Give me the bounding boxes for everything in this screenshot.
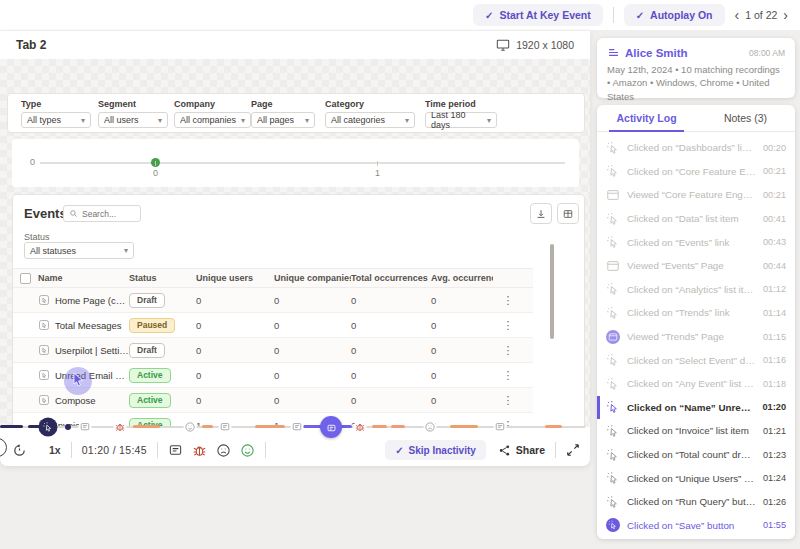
activity-item[interactable]: Clicked on “Trends” link01:14 [597,301,795,325]
page-icon [606,188,620,202]
activity-log-list: Clicked on “Dashboards” list item00:20Cl… [597,132,795,537]
select-all-checkbox[interactable] [20,273,31,284]
note-icon[interactable] [168,443,183,458]
tab-notes-3-[interactable]: Notes (3) [696,105,795,131]
expand-icon[interactable] [566,443,580,457]
activity-item[interactable]: Clicked on “Select Event” dropdown01:16 [597,348,795,372]
activity-item[interactable]: Clicked on “Events” link00:43 [597,230,795,254]
unique-companies-value: 0 [274,320,351,331]
row-menu-icon[interactable]: ⋮ [503,394,514,406]
event-name: Home Page (copy) [55,295,129,306]
play-button[interactable] [0,438,7,457]
timeline-segment-orange[interactable] [255,425,285,428]
row-menu-icon[interactable]: ⋮ [503,319,514,331]
unique-users-value: 0 [196,320,274,331]
activity-item[interactable]: Viewed “Events” Page00:44 [597,254,795,278]
timeline-segment-orange[interactable] [202,425,213,428]
avg-occurrence-value: 0 [431,370,493,381]
autoplay-button[interactable]: ✓ Autoplay On [624,4,725,26]
filter-select[interactable]: All categories▾ [325,112,415,128]
table-row[interactable]: Home Page (copy)Draft0000⋮ [13,288,533,313]
check-icon: ✓ [395,445,403,456]
columns-button[interactable] [557,203,579,224]
events-search[interactable] [63,205,141,222]
bug-icon[interactable] [192,443,207,458]
tab-activity-log[interactable]: Activity Log [597,105,696,131]
click-icon [606,495,620,509]
timeline-dot[interactable] [65,424,71,430]
status-filter-label: Status [24,232,50,242]
activity-item[interactable]: Clicked on “Data” list item00:41 [597,207,795,231]
timeline-segment-orange[interactable] [133,425,160,428]
timeline-note-icon[interactable] [291,421,304,434]
timeline-smiley-icon[interactable] [184,421,197,434]
activity-item[interactable]: Viewed “Trends” Page01:15 [597,325,795,349]
download-button[interactable] [530,203,552,224]
frown-icon[interactable] [216,443,231,458]
check-icon: ✓ [485,10,493,21]
activity-item[interactable]: Clicked on “Total count” dropdown01:23 [597,443,795,467]
filter-select[interactable]: All types▾ [21,112,91,128]
vertical-scrollbar[interactable] [550,244,554,339]
filter-select[interactable]: All pages▾ [251,112,315,128]
timeline-note-icon[interactable] [79,421,92,434]
filter-select[interactable]: All companies▾ [174,112,251,128]
session-meta: May 12th, 2024 • 10 matching recordings … [607,63,785,103]
timeline-segment-orange[interactable] [391,425,405,428]
activity-item[interactable]: Clicked on “Save” button01:55 [597,514,795,538]
timeline-note-icon[interactable] [494,421,507,434]
timeline-bug-icon[interactable] [354,421,367,434]
activity-time: 01:55 [763,520,786,530]
top-bar: ✓ Start At Key Event ✓ Autoplay On ‹ 1 o… [0,0,800,30]
row-menu-icon[interactable]: ⋮ [503,369,514,381]
activity-item[interactable]: Clicked on “Invoice” list item01:21 [597,419,795,443]
activity-time: 00:21 [763,190,786,200]
timeline-bug-icon[interactable] [114,421,127,434]
activity-item[interactable]: Viewed “Core Feature Engagment”00:21 [597,183,795,207]
table-row[interactable]: Userpilot | SettingsDraft0000⋮ [13,338,533,363]
chevron-left-icon[interactable]: ‹ [735,8,740,22]
user-menu-icon[interactable] [607,46,620,59]
chevron-down-icon: ▾ [81,116,85,125]
share-button[interactable]: Share [498,444,545,457]
events-title: Events [24,206,67,221]
page-icon [606,330,620,344]
table-row[interactable]: Total MeesagesPaused0000⋮ [13,313,533,338]
filter-select[interactable]: All users▾ [98,112,168,128]
timeline-segment-orange[interactable] [372,425,387,428]
timeline-frown-icon[interactable] [424,421,437,434]
timeline-segment-orange[interactable] [450,425,478,428]
activity-item[interactable]: Clicked on “Analytics” list item01:12 [597,278,795,302]
timeline-segment-navy[interactable] [0,425,23,428]
filter-select[interactable]: Last 180 days▾ [425,112,497,128]
speed-button[interactable]: 1x [49,444,61,456]
activity-item[interactable]: Clicked on “Name” Unread Email C…01:20 [597,396,795,420]
timeline-click-icon[interactable] [39,418,58,437]
activity-item[interactable]: Clicked on “Dashboards” list item00:20 [597,136,795,160]
timeline-note-icon[interactable] [219,421,232,434]
search-input[interactable] [82,209,132,219]
status-filter-select[interactable]: All statuses ▾ [24,242,134,259]
click-icon [43,422,54,433]
table-row[interactable]: ComposeActive0000⋮ [13,388,533,413]
column-header: Status [129,273,196,283]
user-name[interactable]: Alice Smith [625,47,688,59]
playback-timeline[interactable] [0,420,590,434]
activity-item[interactable]: Clicked on “Run Query” button01:26 [597,490,795,514]
row-menu-icon[interactable]: ⋮ [503,294,514,306]
rewind-icon[interactable] [12,443,27,458]
activity-time: 00:43 [763,237,786,247]
smiley-icon[interactable] [240,443,255,458]
unique-users-value: 0 [196,395,274,406]
activity-time: 00:21 [763,166,786,176]
chevron-right-icon[interactable]: › [783,8,788,22]
activity-item[interactable]: Clicked on “Core Feature Engagem…00:21 [597,160,795,184]
start-at-key-event-button[interactable]: ✓ Start At Key Event [473,4,603,26]
activity-item[interactable]: Clicked on “Any Event” list item01:18 [597,372,795,396]
row-menu-icon[interactable]: ⋮ [503,344,514,356]
filter-value: All categories [331,115,385,125]
timeline-segment-orange[interactable] [545,425,562,428]
activity-item[interactable]: Clicked on “Unique Users” list item01:24 [597,466,795,490]
filter-label: Page [251,99,315,109]
skip-inactivity-button[interactable]: ✓ Skip Inactivity [385,440,486,460]
